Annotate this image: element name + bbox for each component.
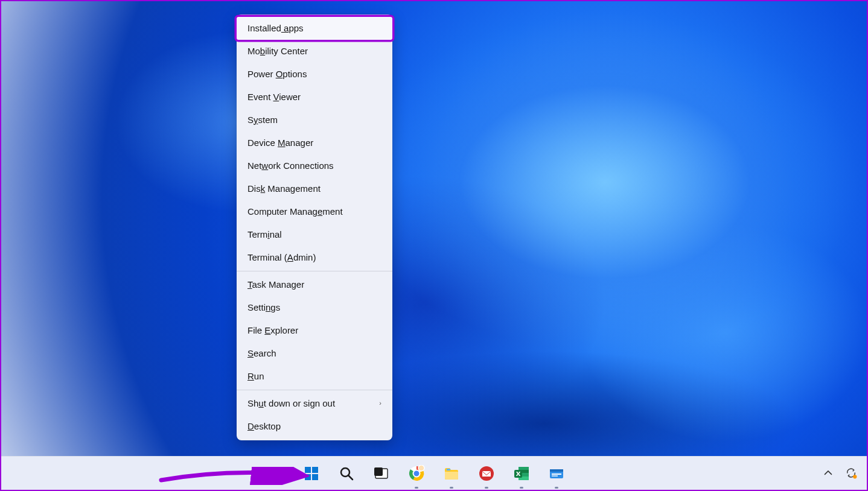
svg-point-9 [413,470,420,477]
svg-rect-14 [519,467,529,470]
running-indicator [520,487,523,489]
menu-item-search[interactable]: Search [237,342,392,365]
svg-rect-11 [447,469,450,470]
start-button[interactable] [299,461,324,486]
tray-overflow-chevron[interactable] [820,464,837,481]
menu-item-system[interactable]: System [237,109,392,131]
chevron-up-icon [822,466,835,480]
tray-sync-icon[interactable] [843,464,860,481]
menu-item-label: Network Connections [247,160,334,171]
svg-line-5 [348,475,353,480]
taskbar [1,456,867,490]
running-indicator [450,487,453,489]
menu-item-label: Task Manager [247,279,304,290]
menu-item-run[interactable]: Run [237,365,392,388]
desktop-wallpaper[interactable] [1,1,867,490]
menu-item-installed-apps[interactable]: Installed apps [237,17,392,40]
menu-separator [237,271,392,271]
menu-item-label: Installed apps [247,23,304,34]
menu-item-terminal-admin[interactable]: Terminal (Admin) [237,246,392,269]
running-indicator [415,487,418,489]
svg-rect-2 [305,474,311,480]
run-icon [548,465,565,482]
svg-rect-0 [305,467,311,473]
folder-icon [443,465,460,482]
windows-icon [303,465,320,482]
menu-item-label: System [247,115,278,125]
menu-item-mobility-center[interactable]: Mobility Center [237,40,392,63]
menu-item-device-manager[interactable]: Device Manager [237,131,392,154]
svg-point-10 [418,465,424,471]
menu-item-shut-down-or-sign-out[interactable]: Shut down or sign out› [237,392,392,415]
menu-item-desktop[interactable]: Desktop [237,415,392,438]
menu-item-label: Settings [247,302,280,313]
mail-icon [478,465,495,482]
svg-rect-1 [312,467,318,473]
menu-separator [237,390,392,390]
menu-item-event-viewer[interactable]: Event Viewer [237,86,392,109]
excel-icon [513,465,530,482]
mail-app[interactable] [474,461,499,486]
menu-item-label: File Explorer [247,325,298,336]
menu-item-label: Terminal [247,229,282,240]
system-tray [820,456,860,490]
search-button[interactable] [334,461,359,486]
menu-item-settings[interactable]: Settings [237,296,392,319]
chevron-right-icon: › [379,399,381,407]
menu-item-label: Mobility Center [247,46,308,57]
excel-app[interactable] [509,461,534,486]
winx-context-menu: Installed appsMobility CenterPower Optio… [237,14,392,440]
menu-item-label: Shut down or sign out [247,398,335,409]
menu-item-label: Search [247,348,276,359]
menu-item-label: Disk Management [247,183,321,194]
menu-item-task-manager[interactable]: Task Manager [237,273,392,296]
menu-item-label: Run [247,371,264,382]
menu-item-power-options[interactable]: Power Options [237,63,392,86]
menu-item-terminal[interactable]: Terminal [237,223,392,246]
chrome-icon [408,465,425,482]
svg-rect-7 [374,467,383,476]
menu-item-label: Device Manager [247,138,313,148]
menu-item-file-explorer[interactable]: File Explorer [237,319,392,342]
menu-item-label: Computer Management [247,206,343,217]
sync-icon [844,466,858,480]
menu-item-network-connections[interactable]: Network Connections [237,154,392,177]
taskbar-center-icons [299,461,569,486]
menu-item-label: Power Options [247,69,307,80]
menu-item-label: Terminal (Admin) [247,252,316,263]
svg-point-23 [853,475,857,478]
svg-rect-22 [552,475,558,477]
svg-rect-20 [550,469,563,472]
file-explorer-app[interactable] [439,461,464,486]
taskview-icon [373,465,390,482]
task-view-button[interactable] [369,461,394,486]
running-indicator [485,487,488,489]
menu-item-computer-management[interactable]: Computer Management [237,200,392,223]
menu-item-label: Event Viewer [247,92,301,103]
svg-rect-3 [312,474,318,480]
run-app[interactable] [544,461,569,486]
chrome-app[interactable] [404,461,429,486]
menu-item-disk-management[interactable]: Disk Management [237,177,392,200]
menu-item-label: Desktop [247,421,281,432]
running-indicator [555,487,558,489]
svg-rect-21 [552,474,561,475]
search-icon [338,465,355,482]
